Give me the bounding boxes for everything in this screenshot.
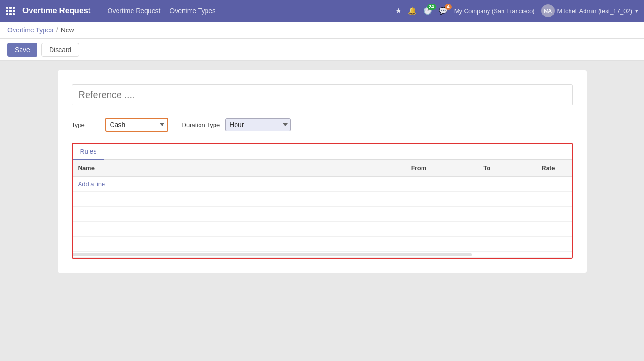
svg-rect-4 — [9, 10, 12, 12]
user-menu[interactable]: MA Mitchell Admin (test_17_02) ▾ — [541, 4, 638, 17]
empty-row-2 — [73, 207, 572, 222]
actions-bar: Save Discard — [0, 39, 644, 61]
duration-type-select[interactable]: Hour Day — [225, 118, 291, 131]
user-chevron-icon: ▾ — [635, 8, 638, 15]
star-icon[interactable]: ★ — [395, 7, 401, 15]
user-name: Mitchell Admin (test_17_02) — [557, 8, 632, 15]
nav-overtime-types[interactable]: Overtime Types — [170, 7, 215, 15]
apps-icon[interactable] — [6, 6, 15, 15]
add-line-cell: Add a line — [73, 177, 572, 192]
breadcrumb-separator: / — [56, 26, 58, 34]
message-badge: 4 — [445, 4, 452, 10]
svg-rect-5 — [13, 10, 15, 12]
empty-row-3 — [73, 222, 572, 237]
add-line-row: Add a line — [73, 177, 572, 192]
svg-rect-3 — [6, 10, 8, 12]
navbar: Overtime Request Overtime Request Overti… — [0, 0, 644, 22]
empty-row-1 — [73, 192, 572, 207]
type-row: Type Cash Compensatory Duration Type Hou… — [72, 118, 573, 132]
svg-rect-7 — [9, 13, 12, 15]
navbar-icons: ★ 🔔 🕐 24 💬 4 My Company (San Francisco) … — [395, 4, 638, 17]
company-selector[interactable]: My Company (San Francisco) — [454, 8, 535, 15]
reference-input[interactable] — [72, 84, 573, 105]
clock-icon[interactable]: 🕐 24 — [423, 7, 432, 15]
col-header-to: To — [432, 160, 496, 177]
type-group: Type Cash Compensatory — [72, 118, 168, 132]
svg-rect-6 — [6, 13, 8, 15]
rules-table: Name From To Rate Add a line — [73, 160, 572, 258]
user-avatar: MA — [541, 4, 555, 17]
duration-type-label: Duration Type — [182, 121, 220, 128]
save-button[interactable]: Save — [7, 43, 37, 57]
col-header-from: From — [368, 160, 432, 177]
type-select[interactable]: Cash Compensatory — [106, 119, 167, 131]
svg-rect-0 — [6, 7, 8, 9]
discard-button[interactable]: Discard — [41, 43, 79, 57]
tab-rules[interactable]: Rules — [73, 144, 104, 160]
bell-icon[interactable]: 🔔 — [408, 7, 417, 15]
app-title: Overtime Request — [22, 6, 91, 15]
empty-row-4 — [73, 237, 572, 252]
scrollbar-row — [73, 252, 572, 258]
type-select-wrapper: Cash Compensatory — [105, 118, 168, 132]
rules-section: Rules Name From To Rate Add a line — [72, 143, 573, 259]
nav-links: Overtime Request Overtime Types — [108, 7, 216, 15]
svg-rect-1 — [9, 7, 12, 9]
rules-tab-bar: Rules — [73, 144, 572, 160]
clock-badge: 24 — [427, 4, 436, 10]
col-header-rate: Rate — [496, 160, 560, 177]
breadcrumb-current: New — [61, 26, 74, 34]
main-content: Type Cash Compensatory Duration Type Hou… — [0, 61, 644, 361]
col-header-name: Name — [73, 160, 368, 177]
type-label: Type — [72, 121, 100, 128]
duration-type-group: Duration Type Hour Day — [182, 118, 291, 131]
message-icon[interactable]: 💬 4 — [439, 7, 448, 15]
form-card: Type Cash Compensatory Duration Type Hou… — [58, 70, 587, 273]
breadcrumb: Overtime Types / New — [0, 22, 644, 39]
nav-overtime-request[interactable]: Overtime Request — [108, 7, 161, 15]
breadcrumb-parent[interactable]: Overtime Types — [7, 26, 53, 34]
svg-rect-8 — [13, 13, 15, 15]
table-header-row: Name From To Rate — [73, 160, 572, 177]
add-line-link[interactable]: Add a line — [78, 180, 105, 188]
svg-rect-2 — [13, 7, 15, 9]
col-header-action — [560, 160, 571, 177]
